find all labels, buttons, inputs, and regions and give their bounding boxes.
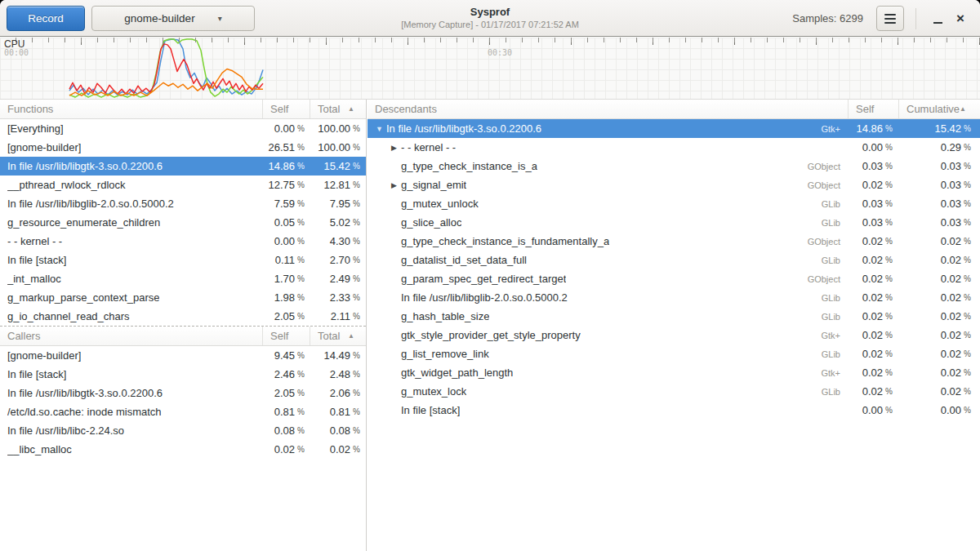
- tree-row[interactable]: ▶ g_signal_emit GObject 0.02% 0.03%: [368, 176, 980, 194]
- table-row[interactable]: In file /usr/lib/libgtk-3.so.0.2200.6 14…: [0, 157, 366, 176]
- table-row[interactable]: - - kernel - - 0.00% 4.30%: [0, 232, 366, 251]
- table-row[interactable]: [Everything] 0.00% 100.00%: [0, 119, 366, 138]
- tree-row[interactable]: g_slice_alloc GLib 0.03% 0.03%: [368, 213, 980, 232]
- total-percent: 5.02%: [310, 213, 366, 232]
- tree-row[interactable]: gtk_style_provider_get_style_property Gt…: [368, 326, 980, 344]
- column-header-functions[interactable]: Functions: [0, 100, 262, 118]
- table-row[interactable]: In file [stack] 2.46% 2.48%: [0, 365, 366, 384]
- expander-icon[interactable]: ▶: [387, 144, 401, 152]
- total-percent: 0.02%: [310, 440, 366, 459]
- function-name: In file /usr/lib/libgtk-3.so.0.2200.6: [7, 387, 163, 399]
- menu-button[interactable]: [876, 6, 904, 31]
- column-header-self[interactable]: Self: [848, 100, 898, 118]
- table-row[interactable]: In file [stack] 0.11% 2.70%: [0, 251, 366, 269]
- tree-row[interactable]: gtk_widget_path_length Gtk+ 0.02% 0.02%: [368, 363, 980, 382]
- library-badge: Gtk+: [821, 124, 848, 134]
- table-row[interactable]: g_markup_parse_context_parse 1.98% 2.33%: [0, 288, 366, 307]
- cumulative-percent: 0.02%: [898, 382, 980, 401]
- library-badge: GObject: [808, 162, 848, 171]
- column-header-total[interactable]: Total ▲: [310, 100, 366, 118]
- total-percent: 2.49%: [310, 269, 366, 288]
- library-badge: GLib: [822, 387, 848, 397]
- function-name: g_signal_emit: [401, 179, 466, 191]
- self-percent: 0.08%: [262, 421, 310, 440]
- header-bar: Record gnome-builder ▾ Sysprof [Memory C…: [0, 0, 980, 37]
- tree-row[interactable]: g_list_remove_link GLib 0.02% 0.02%: [368, 344, 980, 363]
- function-name: g_param_spec_get_redirect_target: [401, 273, 566, 285]
- record-button[interactable]: Record: [7, 6, 85, 31]
- table-row[interactable]: [gnome-builder] 26.51% 100.00%: [0, 138, 366, 157]
- tree-row[interactable]: In file /usr/lib/libglib-2.0.so.0.5000.2…: [368, 288, 980, 307]
- function-name: g_datalist_id_set_data_full: [401, 254, 527, 266]
- descendants-table-body: ▼ In file /usr/lib/libgtk-3.so.0.2200.6 …: [368, 119, 980, 420]
- total-percent: 0.81%: [310, 402, 366, 421]
- cumulative-percent: 0.00%: [898, 401, 980, 420]
- column-header-total[interactable]: Total ▲: [310, 327, 366, 345]
- self-percent: 0.02%: [848, 307, 898, 326]
- tree-row[interactable]: g_param_spec_get_redirect_target GObject…: [368, 269, 980, 288]
- table-row[interactable]: [gnome-builder] 9.45% 14.49%: [0, 346, 366, 365]
- table-row[interactable]: _int_malloc 1.70% 2.49%: [0, 269, 366, 288]
- function-name: In file /usr/lib/libgtk-3.so.0.2200.6: [386, 122, 541, 135]
- self-percent: 0.03%: [848, 157, 898, 176]
- function-name: /etc/ld.so.cache: inode mismatch: [7, 406, 162, 418]
- function-name: In file /usr/lib/libglib-2.0.so.0.5000.2: [7, 198, 174, 210]
- self-percent: 0.02%: [848, 251, 898, 269]
- tree-row[interactable]: g_type_check_instance_is_fundamentally_a…: [368, 232, 980, 251]
- self-percent: 0.03%: [848, 194, 898, 213]
- table-row[interactable]: In file /usr/lib/libglib-2.0.so.0.5000.2…: [0, 194, 366, 213]
- cumulative-percent: 0.02%: [898, 232, 980, 251]
- expander-icon[interactable]: ▶: [387, 181, 401, 189]
- table-row[interactable]: g_resource_enumerate_children 0.05% 5.02…: [0, 213, 366, 232]
- function-name: _int_malloc: [7, 273, 61, 285]
- self-percent: 14.86%: [848, 119, 898, 138]
- column-header-self[interactable]: Self: [262, 100, 310, 118]
- tree-row[interactable]: g_mutex_unlock GLib 0.03% 0.03%: [368, 194, 980, 213]
- tree-row[interactable]: g_type_check_instance_is_a GObject 0.03%…: [368, 157, 980, 176]
- self-percent: 2.46%: [262, 365, 310, 384]
- time-tick-00-00: 00:00: [4, 48, 29, 57]
- cumulative-percent: 0.03%: [898, 194, 980, 213]
- menu-icon: [884, 14, 896, 16]
- cpu-usage-graph[interactable]: CPU 00:00 00:30: [0, 38, 980, 100]
- self-percent: 0.00%: [848, 401, 898, 420]
- table-row[interactable]: __libc_malloc 0.02% 0.02%: [0, 440, 366, 459]
- table-row[interactable]: g_io_channel_read_chars 2.05% 2.11%: [0, 307, 366, 326]
- self-percent: 0.02%: [262, 440, 310, 459]
- process-selector-dropdown[interactable]: gnome-builder ▾: [91, 6, 255, 31]
- tree-row[interactable]: ▼ In file /usr/lib/libgtk-3.so.0.2200.6 …: [368, 119, 980, 138]
- cpu-line-cpu2: [69, 44, 263, 94]
- sort-ascending-icon: ▲: [960, 105, 966, 113]
- column-header-self[interactable]: Self: [262, 327, 310, 345]
- total-percent: 2.70%: [310, 251, 366, 269]
- table-row[interactable]: In file /usr/lib/libc-2.24.so 0.08% 0.08…: [0, 421, 366, 440]
- cumulative-percent: 0.02%: [898, 307, 980, 326]
- tree-row[interactable]: g_mutex_lock GLib 0.02% 0.02%: [368, 382, 980, 401]
- cumulative-percent: 15.42%: [898, 119, 980, 138]
- minimize-button[interactable]: [926, 6, 949, 31]
- total-percent: 2.48%: [310, 365, 366, 384]
- self-percent: 0.02%: [848, 363, 898, 382]
- callers-table-header: Callers Self Total ▲: [0, 327, 366, 346]
- cumulative-percent: 0.02%: [898, 363, 980, 382]
- cpu-graph-lines: [0, 38, 980, 100]
- tree-row[interactable]: g_hash_table_size GLib 0.02% 0.02%: [368, 307, 980, 326]
- table-row[interactable]: __pthread_rwlock_rdlock 12.75% 12.81%: [0, 176, 366, 194]
- expander-icon[interactable]: ▼: [372, 125, 386, 133]
- function-name: In file /usr/lib/libgtk-3.so.0.2200.6: [7, 160, 163, 172]
- close-icon: ×: [956, 11, 964, 25]
- self-percent: 0.00%: [262, 119, 310, 138]
- table-row[interactable]: In file /usr/lib/libgtk-3.so.0.2200.6 2.…: [0, 384, 366, 402]
- cpu-line-cpu3: [69, 69, 263, 96]
- tree-row[interactable]: g_datalist_id_set_data_full GLib 0.02% 0…: [368, 251, 980, 269]
- tree-row[interactable]: In file [stack] 0.00% 0.00%: [368, 401, 980, 420]
- function-name: In file /usr/lib/libc-2.24.so: [7, 424, 124, 437]
- column-header-descendants[interactable]: Descendants: [368, 100, 848, 118]
- function-name: In file [stack]: [7, 254, 66, 266]
- cpu-line-cpu1: [69, 39, 263, 97]
- column-header-cumulative[interactable]: Cumulative ▲: [898, 100, 980, 118]
- column-header-callers[interactable]: Callers: [0, 327, 262, 345]
- close-button[interactable]: ×: [949, 6, 972, 31]
- table-row[interactable]: /etc/ld.so.cache: inode mismatch 0.81% 0…: [0, 402, 366, 421]
- tree-row[interactable]: ▶ - - kernel - - 0.00% 0.29%: [368, 138, 980, 157]
